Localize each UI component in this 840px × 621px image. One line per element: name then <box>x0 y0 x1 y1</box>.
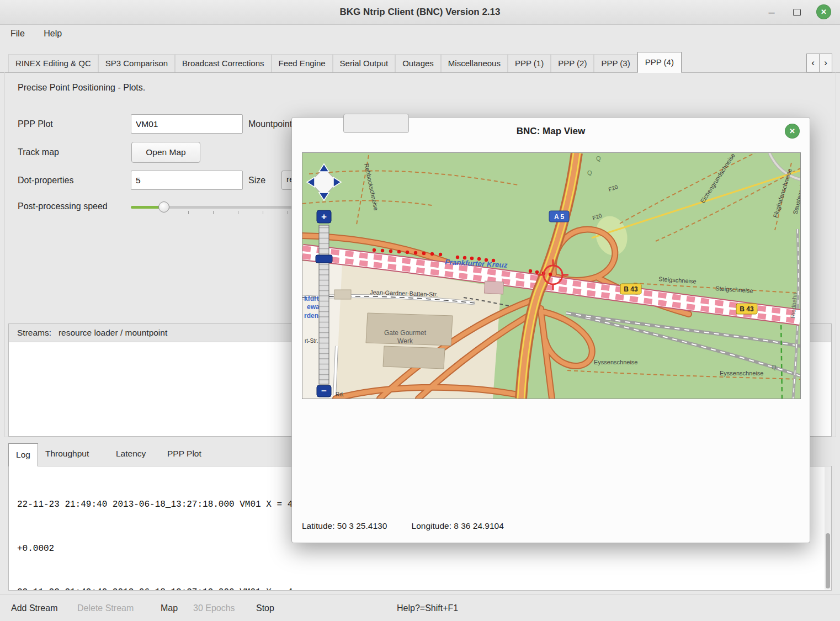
bottom-toolbar: Add Stream Delete Stream Map 30 Epochs S… <box>0 595 840 621</box>
dot-properties-input[interactable] <box>131 171 243 190</box>
tab-ppp-1[interactable]: PPP (1) <box>508 54 551 72</box>
size-label: Size <box>248 176 265 185</box>
open-map-button[interactable]: Open Map <box>131 142 200 163</box>
window-title: BKG Ntrip Client (BNC) Version 2.13 <box>0 0 840 24</box>
svg-text:A 5: A 5 <box>554 213 565 221</box>
close-button[interactable]: ✕ <box>816 4 831 19</box>
svg-text:Rd.: Rd. <box>336 391 344 397</box>
dialog-close-button[interactable]: ✕ <box>785 124 800 139</box>
app-window: BKG Ntrip Client (BNC) Version 2.13 – ✕ … <box>0 0 840 621</box>
post-processing-speed-slider[interactable] <box>131 201 296 214</box>
svg-text:kfurt-: kfurt- <box>304 295 321 302</box>
svg-text:Eyssenschneise: Eyssenschneise <box>594 359 638 365</box>
add-stream-button[interactable]: Add Stream <box>11 595 57 621</box>
coordinates-readout: Latitude: 50 3 25.4130 Longitude: 8 36 2… <box>302 521 504 531</box>
zoom-slider-track[interactable] <box>319 225 329 384</box>
zoom-slider-thumb[interactable] <box>316 255 332 263</box>
tab-sp3-comparison[interactable]: SP3 Comparison <box>98 54 175 72</box>
tab-serial-output[interactable]: Serial Output <box>333 54 396 72</box>
menu-file[interactable]: File <box>2 25 33 43</box>
maximize-button[interactable] <box>789 4 805 20</box>
svg-text:rt-Str.: rt-Str. <box>305 338 318 344</box>
tab-ppp-4[interactable]: PPP (4) <box>637 52 682 73</box>
svg-text:Eyssenschneise: Eyssenschneise <box>720 370 764 376</box>
ppp-plot-input[interactable] <box>131 114 243 134</box>
page-description: Precise Point Positioning - Plots. <box>18 83 145 93</box>
tab-log[interactable]: Log <box>8 443 38 466</box>
delete-stream-button: Delete Stream <box>77 595 134 621</box>
tab-scroll-left-icon[interactable]: ‹ <box>806 54 820 72</box>
ppp-plot-label: PPP Plot <box>18 119 53 129</box>
log-scrollbar-thumb[interactable] <box>826 533 830 588</box>
tab-rinex-editing[interactable]: RINEX Editing & QC <box>8 54 98 72</box>
svg-text:Q: Q <box>772 364 777 370</box>
b43-badge: B 43 <box>736 304 757 314</box>
longitude-value: Longitude: 8 36 24.9104 <box>412 521 504 530</box>
tab-outages[interactable]: Outages <box>395 54 441 72</box>
tab-feed-engine[interactable]: Feed Engine <box>272 54 333 72</box>
svg-text:Q: Q <box>596 155 601 162</box>
svg-text:Gate Gourmet: Gate Gourmet <box>384 329 427 337</box>
menubar: File Help <box>0 25 840 45</box>
tab-scroll-right-icon[interactable]: › <box>820 54 832 72</box>
latitude-value: Latitude: 50 3 25.4130 <box>302 521 387 530</box>
main-tabbar: RINEX Editing & QC SP3 Comparison Broadc… <box>0 52 840 73</box>
tab-broadcast-corrections[interactable]: Broadcast Corrections <box>175 54 271 72</box>
map-canvas[interactable]: Jean-Gardner-Batten-Str. Gate Gourmet We… <box>302 153 800 399</box>
mountpoint-label: Mountpoint <box>248 119 292 129</box>
mountpoint-combo[interactable] <box>343 114 409 133</box>
dialog-close-icon: ✕ <box>789 127 795 135</box>
post-processing-label: Post-processing speed <box>18 201 108 211</box>
svg-text:Q: Q <box>587 169 592 176</box>
map-view-dialog: BNC: Map View ✕ <box>291 117 810 543</box>
tab-throughput[interactable]: Throughput <box>45 449 89 459</box>
dot-properties-label: Dot-properties <box>18 176 73 185</box>
zoom-in-icon: + <box>321 211 327 222</box>
log-line-cont: +0.0002 <box>17 542 831 556</box>
tab-ppp-2[interactable]: PPP (2) <box>551 54 594 72</box>
svg-text:B 43: B 43 <box>624 285 638 293</box>
map-canvas-frame: Jean-Gardner-Batten-Str. Gate Gourmet We… <box>302 152 801 399</box>
map-button[interactable]: Map <box>161 595 178 621</box>
slider-thumb[interactable] <box>158 201 169 213</box>
epochs-button: 30 Epochs <box>193 595 235 621</box>
minimize-button[interactable]: – <box>764 4 779 20</box>
close-icon: ✕ <box>821 8 827 16</box>
log-scrollbar[interactable] <box>825 467 831 590</box>
stop-button[interactable]: Stop <box>256 595 274 621</box>
svg-text:B 43: B 43 <box>740 305 754 313</box>
tab-latency[interactable]: Latency <box>116 449 146 459</box>
menu-help[interactable]: Help <box>35 25 70 43</box>
zoom-out-icon: − <box>321 386 327 396</box>
help-hint: Help?=Shift+F1 <box>397 595 458 621</box>
tab-ppp-plot[interactable]: PPP Plot <box>167 449 201 459</box>
minimize-icon: – <box>768 6 774 18</box>
track-map-label: Track map <box>18 147 59 157</box>
maximize-icon <box>793 9 801 16</box>
window-titlebar[interactable]: BKG Ntrip Client (BNC) Version 2.13 – ✕ <box>0 0 840 25</box>
tab-ppp-3[interactable]: PPP (3) <box>594 54 637 72</box>
log-line: 22-11-23 21:49:40 2013-06-18_13:27:19.00… <box>17 585 831 591</box>
a5-badge: A 5 <box>549 211 569 222</box>
b43-badge: B 43 <box>620 284 641 294</box>
tab-miscellaneous[interactable]: Miscellaneous <box>441 54 508 72</box>
svg-text:Werk: Werk <box>397 337 413 345</box>
